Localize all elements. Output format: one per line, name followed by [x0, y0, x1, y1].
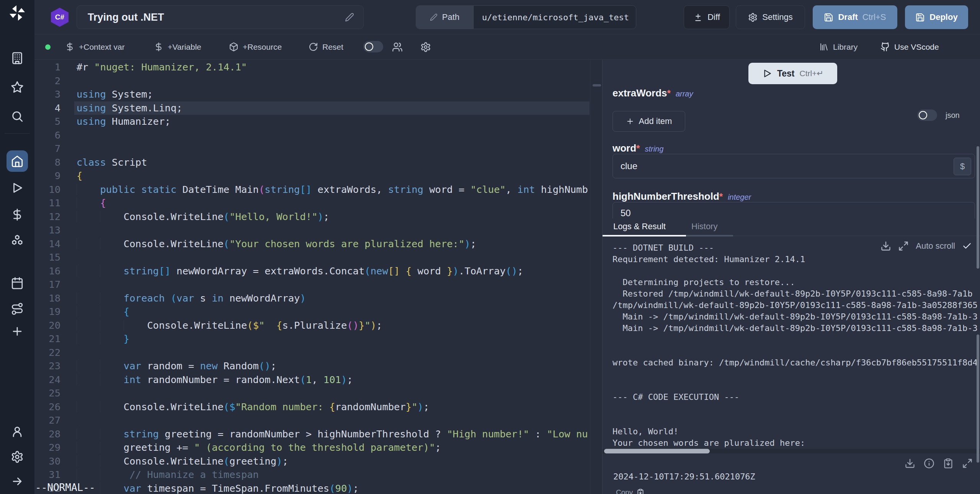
sidebar-item-flows[interactable] [11, 302, 24, 315]
code-line[interactable]: Console.WriteLine("Your chosen words are… [74, 237, 590, 251]
sidebar-item-runs[interactable] [11, 181, 24, 194]
code-line[interactable]: } [74, 332, 590, 346]
line-number: 2 [34, 74, 60, 88]
sidebar-item-resources[interactable] [11, 234, 24, 247]
code-line[interactable]: var random = new Random(); [74, 359, 590, 373]
edit-title-pencil-icon[interactable] [345, 13, 354, 22]
code-line[interactable] [74, 414, 590, 427]
code-line[interactable]: Console.WriteLine("Hello, World!"); [74, 210, 590, 224]
code-content[interactable]: #r "nuget: Humanizer, 2.14.1"using Syste… [74, 60, 590, 494]
json-toggle[interactable] [917, 109, 937, 121]
sidebar-item-add[interactable] [11, 325, 24, 338]
word-input-value: clue [621, 161, 637, 171]
code-line[interactable]: var timespan = TimeSpan.FromMinutes(90); [74, 482, 590, 494]
line-number: 18 [34, 292, 60, 305]
horizontal-scrollbar-thumb[interactable] [604, 449, 710, 453]
code-line[interactable]: greeting += " (according to the threshol… [74, 441, 590, 455]
panel-scrollbar-thumb[interactable] [977, 146, 979, 269]
expand-logs-icon[interactable] [898, 241, 909, 251]
edit-path-pencil-icon [430, 13, 438, 21]
add-context-var-button[interactable]: +Context var [65, 34, 125, 59]
code-line[interactable] [74, 251, 590, 264]
code-editor[interactable]: 1234567891011121314151617181920212223242… [34, 60, 602, 494]
panel-tabs: Logs & Result History [603, 218, 980, 236]
add-resource-button[interactable]: +Resource [229, 34, 282, 59]
workspace-icon[interactable] [11, 52, 24, 65]
favorites-star-icon[interactable] [11, 81, 24, 94]
tab-logs-result[interactable]: Logs & Result [613, 222, 666, 232]
code-line[interactable]: // Humanize a timespan [74, 468, 590, 482]
sidebar-item-schedules[interactable] [11, 277, 24, 290]
use-vscode-button[interactable]: Use VScode [880, 34, 939, 59]
log-output-area[interactable]: --- DOTNET BUILD --- Requirement detecte… [603, 236, 980, 449]
library-button[interactable]: Library [819, 34, 858, 59]
sidebar-item-home[interactable] [7, 150, 28, 172]
log-scrollbar-thumb[interactable] [977, 334, 979, 463]
auto-scroll-checkbox[interactable] [962, 241, 972, 251]
code-line[interactable] [74, 346, 590, 360]
code-line[interactable]: public static DateTime Main(string[] ext… [74, 183, 590, 197]
sidebar-item-settings[interactable] [11, 450, 24, 463]
save-icon [915, 13, 925, 22]
info-icon[interactable] [924, 458, 934, 469]
diff-button[interactable]: Diff [684, 5, 730, 29]
code-line[interactable]: string greeting = randomNumber > highNum… [74, 427, 590, 441]
assistant-toggle[interactable] [363, 41, 383, 52]
test-button[interactable]: Test Ctrl+↵ [748, 63, 837, 84]
code-line[interactable]: int randomNumber = random.Next(1, 101); [74, 373, 590, 387]
code-line[interactable] [74, 386, 590, 400]
code-line[interactable]: #r "nuget: Humanizer, 2.14.1" [74, 60, 590, 74]
editor-settings-button[interactable] [420, 34, 431, 59]
line-number: 24 [34, 373, 60, 387]
draft-button[interactable]: Draft Ctrl+S [813, 5, 897, 29]
line-number: 17 [34, 278, 60, 292]
code-line[interactable]: Console.WriteLine($"Random number: {rand… [74, 400, 590, 414]
code-line[interactable] [74, 223, 590, 237]
script-title-input[interactable]: Trying out .NET [77, 5, 364, 29]
path-field[interactable]: Path u/etienne/microsoft_java_test [416, 5, 636, 29]
code-line[interactable] [74, 129, 590, 142]
line-number: 28 [34, 427, 60, 441]
line-number: 13 [34, 223, 60, 237]
code-line[interactable] [74, 74, 590, 88]
download-logs-icon[interactable] [880, 241, 891, 251]
settings-button[interactable]: Settings [736, 5, 805, 29]
copy-result-icon[interactable] [943, 458, 954, 469]
clipboard-icon [637, 489, 644, 494]
reset-button[interactable]: Reset [309, 34, 343, 59]
deploy-button[interactable]: Deploy [905, 5, 968, 29]
code-line[interactable]: using Humanizer; [74, 115, 590, 129]
code-line[interactable]: { [74, 196, 590, 210]
code-line[interactable]: Console.WriteLine($" {s.Pluralize()}"); [74, 319, 590, 333]
code-line[interactable]: string[] newWordArray = extraWords.Conca… [74, 264, 590, 278]
word-input[interactable]: clue $ [612, 154, 975, 178]
copy-row[interactable]: Copy [616, 488, 644, 494]
windmill-logo-icon[interactable] [8, 4, 26, 22]
sidebar-item-account[interactable] [11, 425, 24, 438]
multiplayer-button[interactable] [392, 34, 403, 59]
library-label: Library [833, 42, 858, 52]
add-item-button[interactable]: Add item [612, 111, 685, 132]
status-dot [45, 44, 51, 50]
sidebar [0, 0, 34, 494]
code-line[interactable]: foreach (var s in newWordArray) [74, 292, 590, 305]
code-line[interactable]: using System.Linq; [74, 101, 590, 115]
sidebar-item-variables[interactable] [11, 208, 24, 221]
path-edit-button[interactable]: Path [416, 6, 474, 29]
code-line[interactable]: using System; [74, 88, 590, 101]
code-line[interactable]: { [74, 305, 590, 319]
sidebar-collapse-icon[interactable] [11, 475, 24, 488]
add-variable-button[interactable]: +Variable [154, 34, 201, 59]
code-line[interactable] [74, 142, 590, 156]
download-result-icon[interactable] [905, 458, 915, 469]
resize-handle[interactable] [969, 172, 973, 177]
minimap-slider[interactable] [593, 84, 601, 86]
search-icon[interactable] [11, 110, 24, 123]
code-line[interactable]: { [74, 169, 590, 183]
code-line[interactable] [74, 278, 590, 292]
expand-result-icon[interactable] [962, 458, 973, 469]
vscode-octocat-icon [880, 42, 890, 52]
tab-history[interactable]: History [691, 222, 717, 232]
code-line[interactable]: Console.WriteLine(greeting); [74, 455, 590, 468]
code-line[interactable]: class Script [74, 156, 590, 170]
